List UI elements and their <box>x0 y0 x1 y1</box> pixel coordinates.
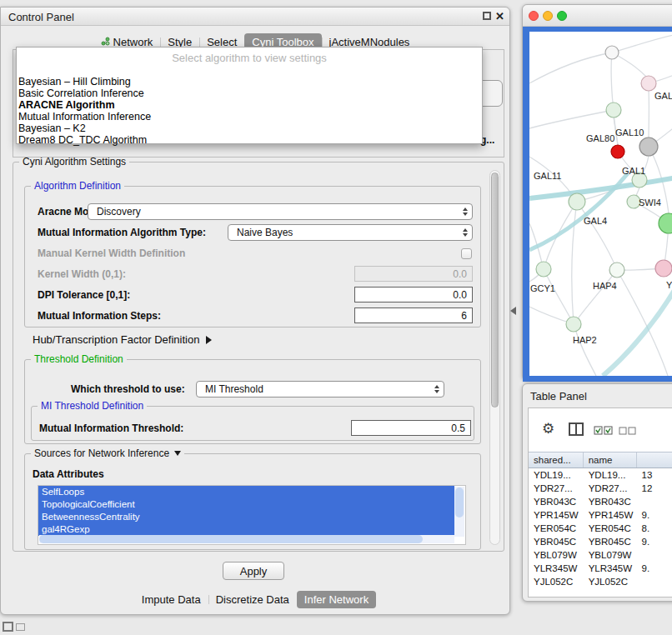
node-gal10-red[interactable] <box>611 145 624 158</box>
attribute-item-topologicalcoefficient[interactable]: TopologicalCoefficient <box>38 498 454 511</box>
table-row[interactable]: YJL052CYJL052C <box>529 575 672 588</box>
settings-scrollbar[interactable] <box>489 170 500 545</box>
panel-collapse-handle[interactable] <box>510 307 516 315</box>
algorithm-option-mutual-information-inference[interactable]: Mutual Information Inference <box>18 111 481 122</box>
table-cell: YPR145W <box>584 508 637 522</box>
table-cell: YLR345W <box>529 562 584 575</box>
minimize-traffic-light-icon[interactable] <box>543 11 553 21</box>
network-edge[interactable] <box>529 52 612 83</box>
close-traffic-light-icon[interactable] <box>529 11 539 21</box>
table-row[interactable]: YBR043CYBR043C <box>529 495 672 508</box>
network-view-window: GAL8GAL80GAL10GAL11GAL1SWI4GAL4GCY1HAP4Y… <box>522 4 672 381</box>
table-row[interactable]: YBL079WYBL079W <box>529 548 672 562</box>
dpi-tolerance-input[interactable]: 0.0 <box>354 287 473 302</box>
attributes-vscroll-thumb[interactable] <box>455 488 464 518</box>
node-label-swi4: SWI4 <box>639 198 661 208</box>
attribute-item-selfloops[interactable]: SelfLoops <box>38 486 454 498</box>
table-cell: YDR27... <box>529 482 584 495</box>
node-hap4[interactable] <box>609 262 624 278</box>
node-gal4[interactable] <box>569 193 585 210</box>
table-cell <box>637 575 672 588</box>
network-edge[interactable] <box>612 33 672 52</box>
node-green-upper[interactable] <box>606 102 621 118</box>
node-hap2[interactable] <box>566 317 581 332</box>
table-row[interactable]: YDR27...YDR27...12 <box>529 482 672 495</box>
network-edge[interactable] <box>617 270 668 376</box>
node-top[interactable] <box>605 46 619 59</box>
mi-steps-input[interactable]: 6 <box>354 308 473 323</box>
attributes-horizontal-scrollbar[interactable] <box>39 535 454 543</box>
node-gray-large[interactable] <box>639 138 658 156</box>
sources-section-toggle[interactable]: Sources for Network Inference <box>31 448 184 459</box>
algorithm-option-bayesian-k2[interactable]: Bayesian – K2 <box>18 122 481 134</box>
hide-columns-icon[interactable] <box>619 427 636 435</box>
algorithm-option-dream8-dc-tdc-algorithm[interactable]: Dream8 DC_TDC Algorithm <box>18 134 481 146</box>
column-header-shared[interactable]: shared... <box>529 452 584 468</box>
aracne-mode-select[interactable]: Discovery <box>88 203 473 220</box>
table-cell: YBR043C <box>529 495 584 508</box>
attributes-hscroll-thumb[interactable] <box>39 535 423 543</box>
network-edge[interactable] <box>577 202 617 270</box>
chevron-down-icon <box>174 451 181 456</box>
column-header-3[interactable] <box>637 452 672 468</box>
mi-algorithm-type-select[interactable]: Naive Bayes <box>228 224 473 241</box>
node-rose[interactable] <box>655 260 672 277</box>
algorithm-option-basic-correlation-inference[interactable]: Basic Correlation Inference <box>18 88 481 99</box>
table-row[interactable]: YDL19...YDL19...13 <box>529 468 672 482</box>
spinner-arrows-icon <box>463 208 468 216</box>
manual-kernel-checkbox[interactable] <box>461 248 472 259</box>
bottom-tab-discretize-data[interactable]: Discretize Data <box>208 591 297 608</box>
sources-title-text: Sources for Network Inference <box>34 448 169 459</box>
mi-steps-label: Mutual Information Steps: <box>38 310 161 322</box>
float-window-icon[interactable] <box>483 12 491 20</box>
algorithm-option-aracne-algorithm[interactable]: ARACNE Algorithm <box>18 99 481 111</box>
dpi-tolerance-label: DPI Tolerance [0,1]: <box>38 289 130 301</box>
network-edge[interactable] <box>544 269 574 324</box>
attribute-item-gal4rgexp[interactable]: gal4RGexp <box>38 523 454 536</box>
table-body: YDL19...YDL19...13YDR27...YDR27...12YBR0… <box>529 468 672 593</box>
bottom-tab-impute-data[interactable]: Impute Data <box>134 591 208 608</box>
apply-button[interactable]: Apply <box>223 562 284 580</box>
settings-scrollbar-thumb[interactable] <box>491 172 499 408</box>
network-edge[interactable] <box>603 278 672 376</box>
node-gcy1[interactable] <box>536 262 551 277</box>
kernel-width-input[interactable]: 0.0 <box>354 266 473 282</box>
mi-threshold-input[interactable]: 0.5 <box>351 420 471 436</box>
column-header-name[interactable]: name <box>584 452 637 468</box>
table-cell: YER054C <box>529 522 584 535</box>
table-cell: 9. <box>637 535 672 548</box>
columns-icon[interactable] <box>569 422 584 436</box>
table-cell: 12 <box>637 482 672 495</box>
node-label-gal8: GAL8 <box>654 91 672 101</box>
table-row[interactable]: YER054CYER054C8. <box>529 522 672 535</box>
close-icon[interactable]: ✕ <box>495 10 504 22</box>
network-canvas[interactable]: GAL8GAL80GAL10GAL11GAL1SWI4GAL4GCY1HAP4Y… <box>529 32 672 376</box>
table-cell: YER054C <box>584 522 637 535</box>
network-edge[interactable] <box>529 110 614 128</box>
zoom-traffic-light-icon[interactable] <box>557 11 567 21</box>
table-row[interactable]: YPR145WYPR145W9. <box>529 508 672 522</box>
network-edge[interactable] <box>574 324 596 376</box>
attributes-vertical-scrollbar[interactable] <box>454 487 464 537</box>
table-row[interactable]: YLR345WYLR345W9. <box>529 562 672 575</box>
select-columns-icon[interactable] <box>594 426 613 435</box>
control-panel-titlebar[interactable]: Control Panel ✕ <box>1 8 509 26</box>
node-pink-top[interactable] <box>641 76 656 91</box>
node-label-hap2: HAP2 <box>573 335 597 345</box>
which-threshold-select[interactable]: MI Threshold <box>196 381 444 398</box>
bottom-tab-infer-network[interactable]: Infer Network <box>297 591 376 608</box>
dock-panel-icon[interactable] <box>3 622 13 632</box>
algorithm-option-bayesian-hill-climbing[interactable]: Bayesian – Hill Climbing <box>18 76 481 88</box>
spinner-arrows-icon <box>463 228 468 237</box>
network-edge[interactable] <box>529 173 628 250</box>
network-edge[interactable] <box>574 270 617 324</box>
mi-algorithm-type-label: Mutual Information Algorithm Type: <box>38 227 206 238</box>
attribute-item-betweennesscentrality[interactable]: BetweennessCentrality <box>38 511 454 523</box>
hub-transcription-section-toggle[interactable]: Hub/Transcription Factor Definition <box>33 333 212 346</box>
gear-icon[interactable]: ⚙ <box>542 420 554 438</box>
dock-panel-icon-2[interactable] <box>16 623 25 631</box>
node-bright-green[interactable] <box>659 213 672 233</box>
table-row[interactable]: YBR045CYBR045C9. <box>529 535 672 548</box>
network-window-titlebar[interactable] <box>523 5 672 27</box>
threshold-definition-title: Threshold Definition <box>31 353 127 365</box>
